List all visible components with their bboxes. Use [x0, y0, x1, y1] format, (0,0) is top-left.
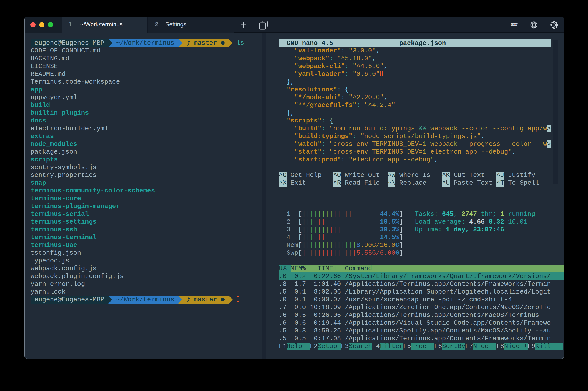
- svg-text:IOIOI: IOIOI: [511, 23, 517, 26]
